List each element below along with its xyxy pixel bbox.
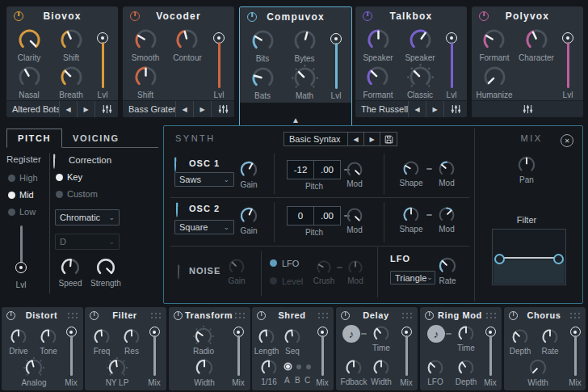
osc1-power-icon[interactable] (174, 157, 176, 172)
drag-handle-icon[interactable] (318, 312, 329, 318)
lfo-rate-knob[interactable]: Rate (434, 255, 461, 286)
delay-width-knob[interactable]: Width (368, 358, 395, 387)
osc2-shape-knob[interactable]: Shape (397, 205, 425, 234)
rate-division-knob[interactable]: 1/16 (255, 358, 283, 387)
correction-key-radio[interactable] (56, 174, 63, 181)
level-slider[interactable]: Lvl (440, 32, 463, 99)
drag-handle-icon[interactable] (235, 312, 246, 318)
slider-track[interactable] (567, 42, 569, 88)
mix-slider[interactable]: Mix (146, 327, 162, 387)
scale-dropdown[interactable]: Chromatic ⌄ (55, 209, 120, 226)
slider-track[interactable] (70, 335, 73, 376)
mix-slider[interactable]: Mix (482, 327, 498, 387)
noise-gain-knob[interactable]: Gain (223, 257, 250, 286)
power-icon[interactable] (341, 311, 350, 320)
register-high-label[interactable]: High (19, 173, 38, 183)
filter-node-right[interactable] (553, 254, 564, 264)
tone-knob[interactable]: Tone (35, 327, 62, 356)
bytes-knob[interactable]: Bytes (292, 27, 318, 64)
osc2-pitch-cents[interactable]: .00 (313, 206, 341, 226)
humanize-knob[interactable]: Humanize (476, 64, 512, 100)
slider-track[interactable] (102, 42, 104, 88)
power-icon[interactable] (257, 311, 266, 320)
save-preset-button[interactable] (380, 132, 397, 146)
advanced-panel-button[interactable] (443, 101, 467, 117)
osc2-shape-mod-knob[interactable]: Mod (433, 205, 460, 234)
length-knob[interactable]: Length (253, 327, 280, 356)
smooth-knob[interactable]: Smooth (132, 27, 159, 63)
drag-handle-icon[interactable] (486, 312, 497, 318)
delay-time-knob[interactable]: Time (368, 324, 395, 353)
tempo-sync-note-icon[interactable]: ♪ (427, 325, 445, 343)
filter-curve[interactable] (498, 257, 561, 259)
bats-knob[interactable]: Bats (250, 65, 276, 101)
breath-knob[interactable]: Breath (58, 64, 85, 100)
advanced-panel-button[interactable] (211, 101, 234, 117)
slider-track[interactable] (574, 335, 577, 376)
power-icon[interactable] (509, 311, 518, 320)
slider-track[interactable] (489, 335, 492, 376)
strength-knob[interactable]: Strength (92, 256, 120, 289)
osc1-pitch-cents[interactable]: .00 (313, 160, 341, 179)
ringmod-time-knob[interactable]: Time (452, 324, 480, 353)
slider-track[interactable] (405, 335, 408, 376)
noise-mod-knob[interactable]: Mod (342, 259, 369, 286)
clarity-knob[interactable]: Clarity (16, 27, 43, 63)
prev-preset-button[interactable]: ◀ (348, 132, 364, 146)
osc1-wave-dropdown[interactable]: Saws ⌄ (174, 172, 234, 187)
filter-type-knob[interactable]: NY LP (103, 357, 131, 388)
register-low-label[interactable]: Low (19, 207, 36, 217)
analog-knob[interactable]: Analog (20, 357, 48, 388)
noise-power-icon[interactable] (178, 264, 179, 280)
osc2-pitch-semitones[interactable]: 0 (287, 206, 314, 226)
width-knob[interactable]: Width (191, 357, 218, 388)
level-slider[interactable]: Lvl (556, 32, 579, 99)
register-high-radio[interactable] (8, 175, 15, 182)
mix-slider[interactable]: Mix (230, 327, 246, 387)
slider-track[interactable] (321, 335, 324, 376)
bits-knob[interactable]: Bits (250, 27, 276, 64)
next-preset-button[interactable]: ▶ (193, 101, 211, 117)
osc1-gain-knob[interactable]: Gain (235, 159, 262, 190)
filter-node-left[interactable] (494, 254, 505, 264)
pattern-a-radio[interactable] (285, 364, 291, 369)
speaker-knob-2[interactable]: Speaker (405, 27, 435, 63)
chorus-depth-knob[interactable]: Depth (506, 327, 534, 356)
power-icon[interactable] (174, 311, 183, 320)
register-mid-radio[interactable] (8, 192, 15, 199)
noise-lfo-radio[interactable] (270, 259, 277, 267)
pitch-level-handle[interactable] (15, 262, 27, 273)
module-preset-name[interactable]: The Russell (355, 101, 408, 117)
pan-knob[interactable]: Pan (513, 154, 540, 185)
tempo-sync-note-icon[interactable]: ♪ (342, 325, 360, 343)
pattern-c-radio[interactable] (306, 365, 311, 369)
osc2-pitch-mod-knob[interactable]: Mod (341, 206, 368, 235)
formant-knob[interactable]: Formant (479, 27, 509, 63)
next-preset-button[interactable]: ▶ (426, 101, 443, 117)
pattern-b-label[interactable]: B (295, 376, 300, 385)
slider-track[interactable] (451, 42, 453, 88)
mix-slider[interactable]: Mix (398, 327, 414, 387)
mix-slider[interactable]: Mix (314, 327, 330, 387)
correction-power-icon[interactable] (53, 154, 55, 169)
nasal-knob[interactable]: Nasal (16, 64, 43, 100)
pattern-c-label[interactable]: C (304, 376, 310, 385)
slider-track[interactable] (237, 335, 240, 376)
shift-knob[interactable]: Shift (132, 64, 159, 100)
level-slider[interactable]: Lvl (325, 33, 347, 100)
speed-knob[interactable]: Speed (57, 256, 84, 289)
osc1-shape-knob[interactable]: Shape (397, 159, 425, 188)
chorus-width-knob[interactable]: Width (524, 357, 552, 388)
drag-handle-icon[interactable] (570, 312, 581, 318)
power-icon[interactable] (130, 11, 140, 21)
drag-handle-icon[interactable] (402, 312, 413, 318)
pattern-b-radio[interactable] (296, 365, 301, 369)
ringmod-depth-knob[interactable]: Depth (452, 358, 480, 387)
math-knob[interactable]: Math (292, 65, 318, 101)
formant-knob[interactable]: Formant (363, 64, 393, 100)
mix-slider[interactable]: Mix (567, 327, 583, 387)
power-icon[interactable] (6, 311, 15, 320)
correction-custom-radio[interactable] (56, 191, 63, 198)
osc2-wave-dropdown[interactable]: Square ⌄ (174, 220, 234, 234)
power-icon[interactable] (247, 12, 257, 22)
